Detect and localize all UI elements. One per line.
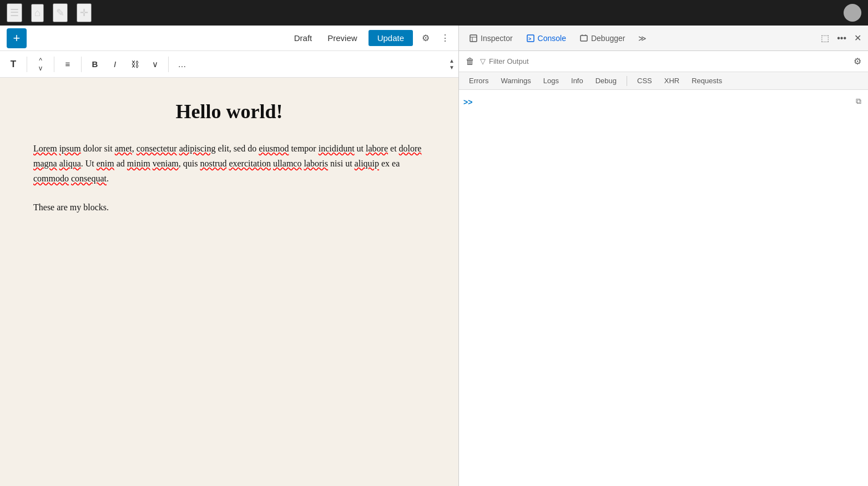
link-icon: ⛓	[131, 59, 139, 69]
paragraph-1: Lorem ipsum dolor sit amet, consectetur …	[33, 141, 425, 186]
block-toolbar: T ^ v ≡ B I ⛓ ∨	[0, 51, 458, 78]
svg-rect-0	[470, 35, 477, 42]
text-elit: elit, sed do	[218, 144, 259, 153]
filter-output-input[interactable]	[489, 57, 848, 65]
console-input[interactable]	[476, 97, 854, 105]
chevron-right-icon: ≫	[638, 34, 647, 43]
spell-error-amet: amet	[115, 144, 132, 153]
spell-error-laboris: laboris	[304, 159, 328, 168]
devtools-header-actions: ⬚ ••• ✕	[819, 31, 864, 45]
spell-error-dolore: dolore	[399, 144, 422, 153]
console-settings-button[interactable]: ⚙	[851, 54, 864, 69]
bold-icon: B	[92, 59, 98, 69]
clear-console-button[interactable]: 🗑	[463, 54, 477, 69]
draft-button[interactable]: Draft	[290, 31, 317, 45]
spell-error-adipiscing: adipiscing	[179, 144, 216, 153]
new-post-icon[interactable]: ✛	[77, 3, 92, 22]
debugger-icon	[579, 34, 588, 43]
console-icon: >	[526, 34, 535, 43]
tab-separator	[627, 76, 627, 86]
paragraph-2: These are my blocks.	[33, 200, 425, 215]
text-ad: ad	[117, 159, 127, 168]
text-dolor: dolor sit	[83, 144, 115, 153]
spell-error-consequat: consequat	[71, 174, 107, 183]
move-up-button[interactable]: ^ v	[32, 55, 49, 73]
console-prompt: >>	[463, 94, 854, 107]
svg-rect-5	[581, 36, 587, 41]
text-icon: T	[11, 59, 16, 70]
minimize-devtools-button[interactable]: ⬚	[819, 31, 831, 45]
hamburger-menu-icon[interactable]: ☰	[7, 3, 22, 22]
toolbar-left: +	[7, 28, 27, 48]
text-type-button[interactable]: T	[4, 55, 22, 73]
add-block-button[interactable]: +	[7, 28, 27, 48]
editor-content: Hello world! Lorem ipsum dolor sit amet,…	[0, 78, 458, 486]
console-tab-xhr[interactable]: XHR	[659, 74, 685, 87]
devtools-tab-console[interactable]: > Console	[521, 31, 572, 46]
devtools-tab-inspector[interactable]: Inspector	[463, 31, 518, 46]
spell-error-commodo: commodo	[33, 174, 69, 183]
settings-button[interactable]: ⚙	[420, 31, 432, 45]
avatar[interactable]	[844, 4, 861, 22]
devtools-tab-debugger[interactable]: Debugger	[574, 31, 631, 46]
spell-error-ullamco: ullamco	[273, 159, 302, 168]
close-devtools-button[interactable]: ✕	[852, 31, 864, 45]
italic-button[interactable]: I	[106, 56, 124, 72]
console-tab-info[interactable]: Info	[566, 74, 589, 87]
text-nisi: nisi ut	[330, 159, 355, 168]
console-tab-logs[interactable]: Logs	[538, 74, 564, 87]
update-button[interactable]: Update	[369, 30, 413, 46]
console-copy-button[interactable]: ⧉	[854, 94, 864, 108]
spell-error-lorem: Lorem	[33, 144, 57, 153]
inspector-tab-label: Inspector	[481, 34, 513, 43]
devtools-console-tabs: Errors Warnings Logs Info Debug CSS XHR …	[459, 72, 868, 90]
devtools-filter-bar: 🗑 ▽ ⚙	[459, 51, 868, 72]
spell-error-eiusmod: eiusmod	[259, 144, 289, 153]
spell-error-labore: labore	[366, 144, 388, 153]
debugger-tab-label: Debugger	[591, 34, 625, 43]
devtools-console-area: >> ⧉	[459, 90, 868, 486]
feedback-icon[interactable]: ✎	[53, 3, 68, 22]
preview-button[interactable]: Preview	[323, 31, 361, 45]
more-options-button[interactable]: ⋮	[438, 31, 452, 45]
top-navigation: ☰ ⌂ ✎ ✛	[0, 0, 868, 26]
main-layout: + Draft Preview Update ⚙ ⋮ T ^ v ≡	[0, 26, 868, 486]
devtools-header: Inspector > Console	[459, 26, 868, 51]
toolbar-right: Draft Preview Update ⚙ ⋮	[290, 30, 452, 46]
spell-error-ipsum: ipsum	[59, 144, 81, 153]
console-tab-css[interactable]: CSS	[632, 74, 658, 87]
bold-button[interactable]: B	[86, 56, 104, 72]
align-icon: ≡	[65, 59, 70, 69]
scroll-down-button[interactable]: ▼	[447, 64, 456, 71]
editor-panel: + Draft Preview Update ⚙ ⋮ T ^ v ≡	[0, 26, 458, 486]
scroll-up-button[interactable]: ▲	[447, 58, 456, 64]
text-tempor: tempor	[291, 144, 318, 153]
devtools-panel: Inspector > Console	[458, 26, 868, 486]
align-button[interactable]: ≡	[59, 56, 77, 72]
spell-error-magna: magna	[33, 159, 57, 168]
home-icon[interactable]: ⌂	[31, 4, 44, 22]
more-block-options-button[interactable]: …	[173, 56, 191, 72]
spell-error-minim: minim	[127, 159, 150, 168]
post-heading: Hello world!	[33, 100, 425, 123]
spell-error-aliquip: aliquip	[355, 159, 379, 168]
link-button[interactable]: ⛓	[126, 56, 144, 72]
spell-error-veniam: veniam	[153, 159, 179, 168]
spell-error-aliqua: aliqua	[59, 159, 81, 168]
spell-error-consectetur: consectetur	[137, 144, 177, 153]
spell-error-incididunt: incididunt	[319, 144, 355, 153]
more-devtools-button[interactable]: •••	[835, 31, 849, 45]
console-tab-warnings[interactable]: Warnings	[495, 74, 536, 87]
filter-icon: ▽	[480, 57, 486, 65]
more-devtools-tabs-button[interactable]: ≫	[633, 31, 652, 46]
toolbar-separator-2	[54, 57, 54, 72]
console-tab-debug[interactable]: Debug	[590, 74, 622, 87]
text-ex: ex ea	[381, 159, 400, 168]
dropdown-arrow-button[interactable]: ∨	[146, 56, 164, 73]
toolbar-separator-3	[81, 57, 82, 72]
console-tab-errors[interactable]: Errors	[463, 74, 494, 87]
toolbar-separator	[27, 57, 27, 72]
console-tab-requests[interactable]: Requests	[686, 74, 728, 87]
up-arrow-icon: ^	[39, 57, 42, 64]
editor-toolbar: + Draft Preview Update ⚙ ⋮	[0, 26, 458, 51]
